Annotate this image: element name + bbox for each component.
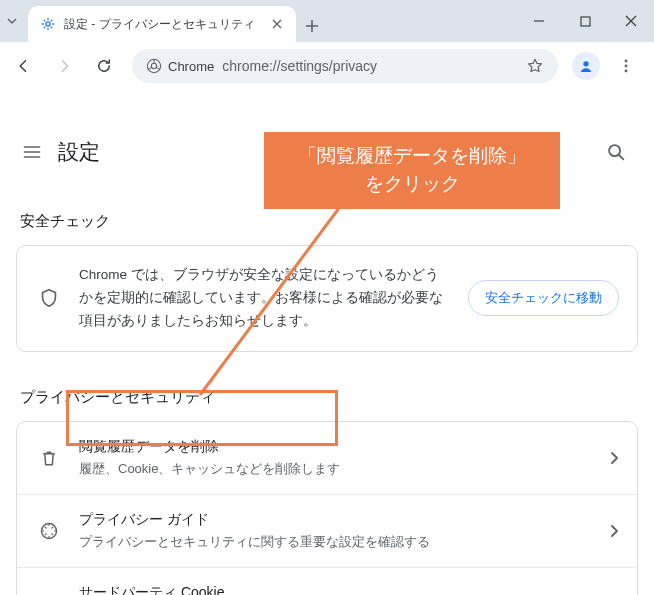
browser-menu-button[interactable] [608, 58, 644, 74]
browser-toolbar: Chrome chrome://settings/privacy [0, 42, 654, 90]
trash-icon [35, 448, 63, 468]
svg-point-3 [151, 63, 156, 68]
shield-icon [35, 287, 63, 309]
window-minimize-button[interactable] [516, 0, 562, 42]
svg-rect-1 [581, 17, 590, 26]
site-identity[interactable]: Chrome [146, 58, 214, 74]
chevron-right-icon [609, 451, 619, 465]
profile-avatar[interactable] [572, 52, 600, 80]
svg-point-0 [46, 22, 50, 26]
url-text: chrome://settings/privacy [222, 58, 377, 74]
section-title-privacy: プライバシーとセキュリティ [0, 388, 654, 407]
window-buttons [516, 0, 654, 42]
close-tab-button[interactable] [268, 15, 286, 33]
tab-title: 設定 - プライバシーとセキュリティ [64, 16, 255, 33]
privacy-list: 閲覧履歴データを削除 履歴、Cookie、キャッシュなどを削除します プライバシ… [16, 421, 638, 595]
annotation-line1: 「閲覧履歴データを削除」 [272, 142, 552, 170]
chrome-icon [146, 58, 162, 74]
row-secondary: プライバシーとセキュリティに関する重要な設定を確認する [79, 533, 593, 551]
bookmark-star-icon[interactable] [526, 57, 544, 75]
window-titlebar: 設定 - プライバシーとセキュリティ [0, 0, 654, 42]
row-privacy-guide[interactable]: プライバシー ガイド プライバシーとセキュリティに関する重要な設定を確認する [17, 495, 637, 568]
site-label: Chrome [168, 59, 214, 74]
tab-search-dropdown[interactable] [0, 0, 24, 42]
row-primary: 閲覧履歴データを削除 [79, 438, 593, 456]
row-clear-browsing-data[interactable]: 閲覧履歴データを削除 履歴、Cookie、キャッシュなどを削除します [17, 422, 637, 495]
row-third-party-cookies[interactable]: サードパーティ Cookie シークレット モードでサードパーティの Cooki… [17, 568, 637, 595]
address-bar[interactable]: Chrome chrome://settings/privacy [132, 49, 558, 83]
section-title-safety: 安全チェック [0, 212, 654, 231]
safety-check-go-button[interactable]: 安全チェックに移動 [468, 280, 619, 316]
row-primary: プライバシー ガイド [79, 511, 593, 529]
new-tab-button[interactable] [296, 10, 328, 42]
menu-icon[interactable] [22, 142, 54, 162]
gear-icon [40, 16, 56, 32]
window-close-button[interactable] [608, 0, 654, 42]
compass-icon [35, 521, 63, 541]
search-icon[interactable] [600, 141, 632, 163]
svg-point-5 [625, 60, 628, 63]
annotation-line2: をクリック [272, 170, 552, 198]
row-secondary: 履歴、Cookie、キャッシュなどを削除します [79, 460, 593, 478]
reload-button[interactable] [86, 48, 122, 84]
annotation-callout: 「閲覧履歴データを削除」 をクリック [264, 132, 560, 209]
svg-point-4 [583, 61, 588, 66]
svg-point-6 [625, 65, 628, 68]
safety-check-card: Chrome では、ブラウザが安全な設定になっているかどうかを定期的に確認してい… [16, 245, 638, 352]
window-maximize-button[interactable] [562, 0, 608, 42]
back-button[interactable] [6, 48, 42, 84]
page-title: 設定 [58, 138, 100, 166]
row-primary: サードパーティ Cookie [79, 584, 593, 595]
chevron-right-icon [609, 524, 619, 538]
safety-check-text: Chrome では、ブラウザが安全な設定になっているかどうかを定期的に確認してい… [79, 264, 452, 333]
forward-button[interactable] [46, 48, 82, 84]
browser-tab[interactable]: 設定 - プライバシーとセキュリティ [28, 6, 296, 42]
svg-point-7 [625, 70, 628, 73]
